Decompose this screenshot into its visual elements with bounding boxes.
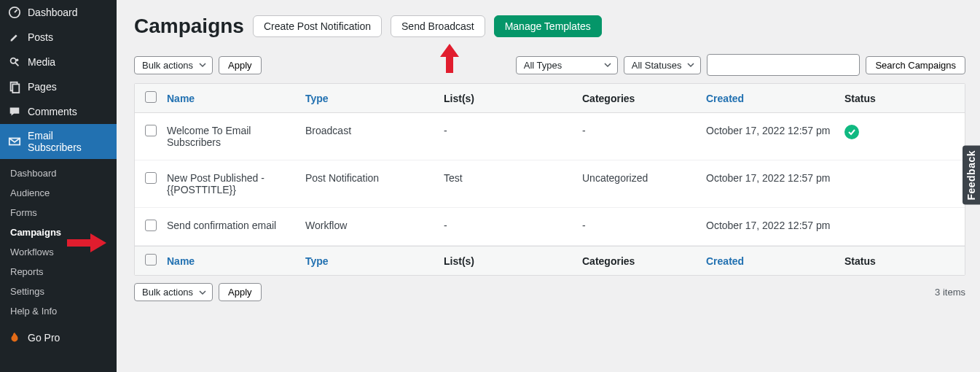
cell-created: October 17, 2022 12:57 pm	[706, 125, 844, 136]
sidebar-item-email-subscribers[interactable]: Email Subscribers	[0, 124, 117, 159]
column-categories: Categories	[582, 255, 706, 267]
select-all-checkbox-footer[interactable]	[145, 254, 157, 266]
cell-lists: -	[444, 125, 582, 136]
cell-lists: Test	[444, 172, 582, 184]
chevron-down-icon	[199, 61, 206, 69]
column-lists: List(s)	[444, 93, 582, 104]
campaigns-table: Name Type List(s) Categories Created Sta…	[134, 83, 965, 276]
column-created[interactable]: Created	[706, 255, 844, 267]
mail-icon	[7, 135, 22, 148]
row-checkbox[interactable]	[145, 172, 157, 184]
create-post-notification-button[interactable]: Create Post Notification	[253, 15, 382, 37]
cell-name[interactable]: Send confirmation email	[167, 220, 305, 231]
bulk-actions-select-bottom[interactable]: Bulk actions	[134, 283, 213, 301]
column-name[interactable]: Name	[167, 255, 305, 267]
filter-types-select[interactable]: All Types	[516, 56, 618, 74]
cell-type: Post Notification	[305, 172, 444, 184]
apply-button-top[interactable]: Apply	[219, 56, 262, 74]
filter-row-top: Bulk actions Apply All Types All Statuse…	[134, 54, 965, 76]
status-active-icon	[844, 125, 859, 139]
sidebar-sub-forms[interactable]: Forms	[0, 203, 117, 222]
sidebar-item-posts[interactable]: Posts	[0, 25, 117, 50]
main-content: Campaigns Create Post Notification Send …	[117, 0, 980, 372]
filter-statuses-select[interactable]: All Statuses	[624, 56, 702, 74]
sidebar-sub-campaigns[interactable]: Campaigns	[0, 222, 117, 242]
table-row: Send confirmation email Workflow - - Oct…	[135, 208, 965, 246]
manage-templates-button[interactable]: Manage Templates	[494, 15, 602, 37]
comment-icon	[7, 105, 22, 118]
chevron-down-icon	[199, 289, 206, 296]
cell-status	[844, 125, 954, 139]
apply-button-bottom[interactable]: Apply	[219, 283, 262, 301]
svg-rect-4	[12, 84, 19, 93]
column-categories: Categories	[582, 93, 706, 104]
table-row: Welcome To Email Subscribers Broadcast -…	[135, 113, 965, 160]
column-type[interactable]: Type	[305, 255, 444, 267]
sidebar-item-label: Dashboard	[28, 7, 78, 18]
column-created[interactable]: Created	[706, 93, 844, 104]
chevron-down-icon	[604, 61, 611, 69]
fire-icon	[7, 331, 22, 344]
svg-point-1	[11, 58, 16, 63]
feedback-tab[interactable]: Feedback	[963, 146, 980, 205]
pages-icon	[7, 80, 22, 93]
filter-row-bottom: Bulk actions Apply 3 items	[134, 283, 965, 304]
sidebar-item-label: Go Pro	[28, 332, 60, 344]
table-header: Name Type List(s) Categories Created Sta…	[135, 84, 965, 113]
sidebar-item-label: Media	[28, 56, 55, 68]
cell-type: Broadcast	[305, 125, 444, 136]
bulk-actions-select[interactable]: Bulk actions	[134, 56, 213, 74]
sidebar-item-dashboard[interactable]: Dashboard	[0, 0, 117, 25]
chevron-down-icon	[687, 61, 694, 69]
admin-sidebar: Dashboard Posts Media Pages Comments Ema…	[0, 0, 117, 372]
cell-name[interactable]: New Post Published - {{POSTTITLE}}	[167, 172, 305, 195]
sidebar-item-label: Posts	[28, 31, 53, 43]
filter-statuses-label: All Statuses	[632, 60, 682, 71]
items-count: 3 items	[935, 287, 965, 298]
sidebar-item-comments[interactable]: Comments	[0, 99, 117, 124]
column-lists: List(s)	[444, 255, 582, 267]
cell-type: Workflow	[305, 220, 444, 231]
sidebar-item-gopro[interactable]: Go Pro	[0, 325, 117, 350]
column-status: Status	[844, 93, 954, 104]
send-broadcast-button[interactable]: Send Broadcast	[391, 15, 485, 37]
bulk-actions-label: Bulk actions	[142, 60, 193, 71]
filter-types-label: All Types	[524, 60, 562, 71]
bulk-actions-label: Bulk actions	[142, 287, 193, 298]
sidebar-sub-help[interactable]: Help & Info	[0, 301, 117, 321]
sidebar-submenu: Dashboard Audience Forms Campaigns Workf…	[0, 159, 117, 325]
row-checkbox[interactable]	[145, 220, 157, 231]
sidebar-sub-settings[interactable]: Settings	[0, 282, 117, 301]
sidebar-sub-reports[interactable]: Reports	[0, 262, 117, 282]
column-name[interactable]: Name	[167, 93, 305, 104]
cell-name[interactable]: Welcome To Email Subscribers	[167, 125, 305, 148]
sidebar-item-label: Pages	[28, 81, 57, 93]
sidebar-item-label: Email Subscribers	[28, 130, 109, 153]
cell-lists: -	[444, 220, 582, 231]
sidebar-item-pages[interactable]: Pages	[0, 74, 117, 99]
column-status: Status	[844, 255, 954, 267]
page-header: Campaigns Create Post Notification Send …	[134, 15, 965, 38]
dashboard-icon	[7, 6, 22, 19]
search-input[interactable]	[707, 54, 860, 76]
cell-created: October 17, 2022 12:57 pm	[706, 220, 844, 231]
row-checkbox[interactable]	[145, 125, 157, 136]
media-icon	[7, 55, 22, 69]
table-row: New Post Published - {{POSTTITLE}} Post …	[135, 160, 965, 208]
svg-point-2	[16, 59, 19, 62]
cell-categories: -	[582, 125, 706, 136]
column-type[interactable]: Type	[305, 93, 444, 104]
search-campaigns-button[interactable]: Search Campaigns	[866, 56, 965, 74]
page-title: Campaigns	[134, 15, 244, 38]
sidebar-item-label: Comments	[28, 106, 77, 117]
cell-categories: -	[582, 220, 706, 231]
select-all-checkbox[interactable]	[145, 91, 157, 103]
pin-icon	[7, 31, 22, 44]
sidebar-sub-workflows[interactable]: Workflows	[0, 242, 117, 262]
sidebar-sub-audience[interactable]: Audience	[0, 183, 117, 203]
sidebar-item-media[interactable]: Media	[0, 50, 117, 74]
cell-categories: Uncategorized	[582, 172, 706, 184]
sidebar-sub-dashboard[interactable]: Dashboard	[0, 163, 117, 183]
cell-created: October 17, 2022 12:57 pm	[706, 172, 844, 184]
table-footer: Name Type List(s) Categories Created Sta…	[135, 246, 965, 275]
